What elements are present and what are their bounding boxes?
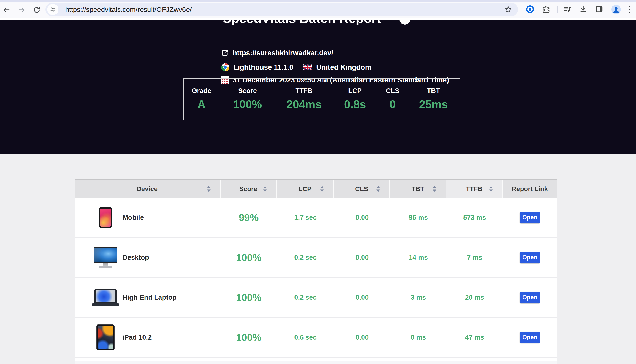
device-name: Mobile (123, 214, 144, 222)
table-row-laptop: High-End Laptop 100% 0.2 sec 0.00 3 ms 2… (75, 278, 557, 318)
tablet-device-image (91, 324, 120, 350)
download-icon (579, 5, 587, 14)
media-controls-button[interactable] (563, 5, 572, 14)
stat-ttfb: TTFB 204ms (286, 87, 321, 111)
url-text[interactable]: https://speedvitals.com/result/OFJZwv6e/ (65, 3, 192, 16)
ttfb-value: 47 ms (447, 334, 503, 341)
extensions-button[interactable] (542, 5, 550, 14)
side-panel-button[interactable] (595, 5, 603, 14)
1password-icon (526, 6, 534, 13)
cls-value: 0.00 (334, 254, 390, 262)
cls-value: 0.00 (334, 214, 390, 222)
sort-icon[interactable] (320, 186, 324, 192)
score-value: 100% (221, 252, 277, 264)
side-panel-icon (595, 5, 603, 14)
lcp-value: 0.2 sec (277, 294, 334, 302)
open-report-button[interactable]: Open (520, 252, 540, 264)
page-title: SpeedVitals Batch Report (223, 20, 421, 24)
lcp-value: 0.6 sec (277, 334, 334, 341)
next-row-partial (75, 360, 557, 364)
tested-site-url: https://sureshkhirwadkar.dev/ (233, 49, 333, 57)
tune-icon (50, 6, 56, 12)
tbt-value: 95 ms (390, 214, 447, 222)
lcp-value: 1.7 sec (277, 214, 334, 222)
open-report-button[interactable]: Open (520, 212, 540, 224)
table-row-desktop: Desktop 100% 0.2 sec 0.00 14 ms 7 ms Ope… (75, 238, 557, 278)
stat-lcp: LCP 0.8s (344, 87, 366, 111)
chrome-icon (221, 63, 230, 72)
back-button[interactable] (2, 5, 11, 15)
score-value: 99% (221, 212, 277, 224)
stat-score: Score 100% (233, 87, 262, 111)
ttfb-value: 573 ms (447, 214, 503, 222)
column-header-tbt[interactable]: TBT (390, 180, 447, 198)
column-header-lcp[interactable]: LCP (277, 180, 334, 198)
toolbar-separator (557, 6, 558, 14)
toolbar-top-strip (0, 0, 636, 2)
tested-site-link[interactable]: https://sureshkhirwadkar.dev/ (221, 49, 333, 57)
playlist-music-icon (563, 5, 571, 14)
sort-icon[interactable] (433, 186, 437, 192)
ttfb-value: 7 ms (447, 254, 503, 262)
device-name: High-End Laptop (123, 294, 177, 302)
report-hero-section: SpeedVitals Batch Report https://sureshk… (0, 20, 636, 154)
forward-arrow-icon (18, 6, 26, 14)
lighthouse-version: Lighthouse 11.1.0 (234, 63, 293, 72)
stat-tbt: TBT 25ms (419, 87, 448, 111)
device-results-table: Device Score LCP CLS TBT (75, 179, 557, 364)
environment-line: Lighthouse 11.1.0 United Kingdom (221, 63, 371, 72)
sort-icon[interactable] (489, 186, 493, 192)
column-header-device[interactable]: Device (75, 180, 221, 198)
browser-menu-button[interactable] (629, 6, 630, 14)
tbt-value: 3 ms (390, 294, 447, 302)
forward-button[interactable] (17, 5, 26, 15)
ttfb-value: 20 ms (447, 294, 503, 302)
puzzle-icon (542, 5, 550, 14)
reload-icon (33, 6, 41, 14)
info-icon[interactable] (399, 20, 410, 24)
tbt-value: 0 ms (390, 334, 447, 341)
external-link-icon (221, 49, 229, 57)
sort-icon[interactable] (263, 186, 267, 192)
sort-icon[interactable] (376, 186, 380, 192)
summary-stats-box: Grade A Score 100% TTFB 204ms LCP 0.8s C… (183, 78, 460, 120)
results-section: Device Score LCP CLS TBT (0, 154, 636, 364)
open-report-button[interactable]: Open (520, 332, 540, 343)
downloads-button[interactable] (579, 5, 588, 14)
stat-grade: Grade A (192, 87, 211, 111)
password-manager-extension-button[interactable] (526, 5, 534, 14)
browser-window: https://speedvitals.com/result/OFJZwv6e/ (0, 0, 636, 364)
reload-button[interactable] (32, 5, 42, 15)
browser-toolbar: https://speedvitals.com/result/OFJZwv6e/ (0, 0, 636, 18)
mobile-device-image (91, 207, 120, 228)
table-header-row: Device Score LCP CLS TBT (75, 179, 557, 198)
sort-icon[interactable] (207, 186, 210, 192)
site-info-button[interactable] (47, 4, 58, 15)
device-name: Desktop (123, 254, 149, 262)
table-row-ipad: iPad 10.2 100% 0.6 sec 0.00 0 ms 47 ms O… (75, 318, 557, 358)
column-header-ttfb[interactable]: TTFB (447, 180, 503, 198)
test-location: United Kingdom (316, 63, 371, 72)
toolbar-bottom-gap (0, 18, 636, 20)
back-arrow-icon (3, 6, 10, 14)
bookmark-star-button[interactable] (504, 6, 512, 14)
score-value: 100% (221, 292, 277, 303)
lcp-value: 0.2 sec (277, 254, 334, 262)
column-header-report-link: Report Link (503, 180, 557, 198)
device-name: iPad 10.2 (123, 334, 151, 341)
column-header-score[interactable]: Score (221, 180, 277, 198)
profile-avatar[interactable] (611, 5, 621, 14)
column-header-cls[interactable]: CLS (334, 180, 390, 198)
table-row-mobile: Mobile 99% 1.7 sec 0.00 95 ms 573 ms Ope… (75, 198, 557, 238)
cls-value: 0.00 (334, 334, 390, 341)
address-bar[interactable]: https://speedvitals.com/result/OFJZwv6e/ (45, 3, 518, 16)
stat-cls: CLS 0 (386, 87, 399, 111)
person-icon (611, 5, 621, 14)
uk-flag-icon (303, 64, 312, 70)
cls-value: 0.00 (334, 294, 390, 302)
laptop-device-image (91, 289, 120, 306)
tbt-value: 14 ms (390, 254, 447, 262)
star-icon (504, 6, 512, 14)
score-value: 100% (221, 332, 277, 343)
open-report-button[interactable]: Open (520, 292, 540, 303)
